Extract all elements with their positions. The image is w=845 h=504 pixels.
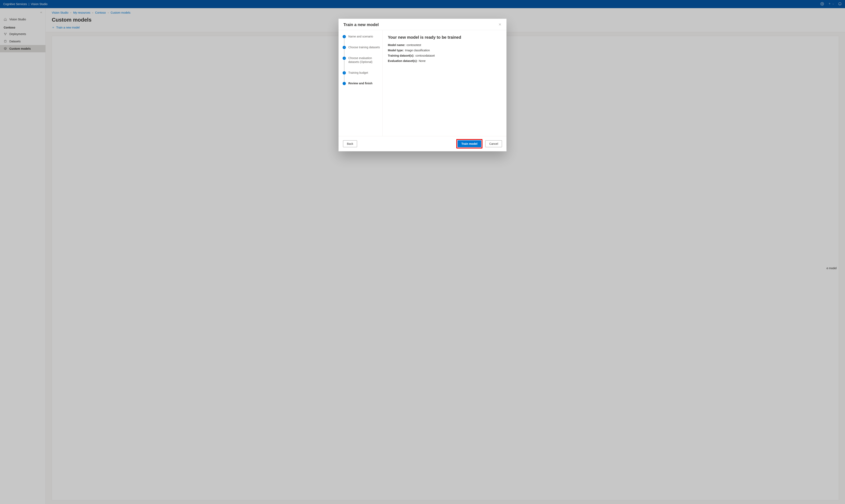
step-done-icon — [343, 35, 346, 38]
step-current-icon — [343, 82, 346, 85]
summary-row: Model type: Image classification — [388, 49, 501, 52]
train-model-dialog: Train a new model Name and scenario Choo… — [339, 19, 506, 151]
step-done-icon — [343, 46, 346, 49]
dialog-title: Train a new model — [343, 22, 379, 27]
summary-key: Model type: — [388, 49, 404, 52]
summary-value: contosotest — [407, 43, 421, 47]
summary-value: Image classification — [405, 49, 430, 52]
step-label: Review and finish — [348, 82, 372, 85]
modal-overlay: Train a new model Name and scenario Choo… — [0, 0, 845, 504]
summary-key: Evaluation dataset(s): — [388, 59, 417, 62]
review-summary: Your new model is ready to be trained Mo… — [382, 30, 506, 136]
summary-row: Evaluation dataset(s): None — [388, 59, 501, 62]
wizard-step[interactable]: Choose training datasets — [343, 46, 380, 56]
dialog-footer: Back Train model Cancel — [339, 136, 506, 151]
step-label: Training budget — [348, 71, 368, 75]
summary-row: Model name: contosotest — [388, 43, 501, 47]
close-button[interactable] — [498, 23, 502, 27]
step-label: Name and scenario — [348, 35, 373, 38]
dialog-header: Train a new model — [339, 19, 506, 30]
close-icon — [498, 23, 502, 26]
summary-heading: Your new model is ready to be trained — [388, 35, 501, 40]
step-done-icon — [343, 71, 346, 74]
summary-key: Training dataset(s): — [388, 54, 414, 57]
wizard-step[interactable]: Name and scenario — [343, 35, 380, 46]
wizard-steps: Name and scenario Choose training datase… — [339, 30, 382, 136]
step-done-icon — [343, 57, 346, 60]
summary-value: None — [419, 59, 425, 62]
wizard-step[interactable]: Choose evaluation datasets (Optional) — [343, 56, 380, 71]
summary-key: Model name: — [388, 43, 406, 47]
train-model-button[interactable]: Train model — [458, 140, 481, 147]
cancel-button[interactable]: Cancel — [485, 140, 502, 147]
wizard-step[interactable]: Training budget — [343, 71, 380, 82]
back-button[interactable]: Back — [343, 140, 357, 147]
train-button-highlight: Train model — [456, 139, 483, 148]
step-label: Choose training datasets — [348, 46, 380, 49]
wizard-step[interactable]: Review and finish — [343, 82, 380, 85]
step-label: Choose evaluation datasets (Optional) — [348, 56, 380, 64]
summary-value: contosodataset — [415, 54, 435, 57]
summary-row: Training dataset(s): contosodataset — [388, 54, 501, 57]
